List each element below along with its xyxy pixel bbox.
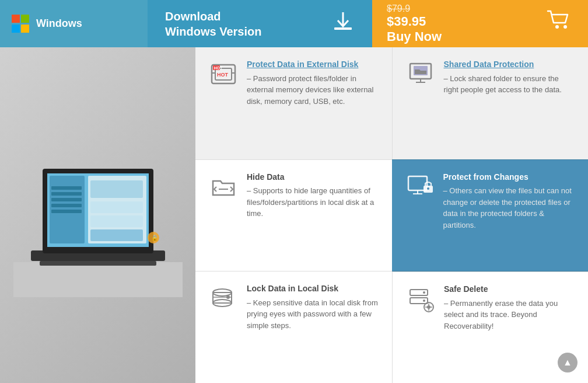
svg-rect-10: [51, 186, 82, 190]
feature-lock-local-title: Lock Data in Local Disk: [247, 283, 379, 295]
sale-price: $39.95: [387, 14, 426, 29]
hdd-delete-icon: [405, 284, 436, 314]
feature-protect-external-content: Protect Data in External Disk – Password…: [247, 59, 379, 107]
svg-point-38: [427, 187, 429, 190]
feature-safe-delete-title: Safe Delete: [444, 284, 575, 295]
feature-protect-changes-content: Protect from Changes – Others can view t…: [443, 172, 576, 231]
feature-hide-data-content: Hide Data – Supports to hide large quant…: [247, 172, 379, 220]
main-content: 🔒 HOT HOT Protect Data in: [0, 47, 588, 383]
feature-shared-data-content: Shared Data Protection – Lock shared fol…: [444, 59, 576, 96]
svg-point-51: [423, 300, 425, 302]
hot-badge-icon: HOT HOT: [208, 59, 239, 89]
download-text: DownloadWindows Version: [165, 9, 261, 39]
laptop-image: 🔒: [0, 47, 195, 383]
svg-rect-15: [90, 180, 143, 198]
svg-rect-17: [90, 215, 143, 227]
header: Windows DownloadWindows Version $79.9 $3…: [0, 0, 588, 47]
feature-protect-changes: Protect from Changes – Others can view t…: [392, 159, 589, 271]
svg-point-50: [423, 291, 425, 294]
windows-label: Windows: [36, 18, 82, 30]
feature-protect-external-desc: – Password protect files/folder in exter…: [247, 73, 379, 107]
monitor-lock-icon: [405, 172, 435, 202]
feature-shared-data-desc: – Lock shared folder to ensure the right…: [444, 73, 576, 96]
buy-now-label: Buy Now: [387, 29, 442, 44]
feature-hide-data-title: Hide Data: [247, 172, 379, 183]
feature-safe-delete-desc: – Permanently erase the data you select …: [444, 298, 575, 332]
feature-hide-data-desc: – Supports to hide large quantities of f…: [247, 185, 379, 220]
svg-text:HOT: HOT: [214, 66, 223, 70]
feature-protect-external-title[interactable]: Protect Data in External Disk: [247, 59, 379, 71]
feature-safe-delete-content: Safe Delete – Permanently erase the data…: [444, 284, 575, 332]
svg-rect-18: [90, 229, 143, 241]
svg-rect-13: [51, 204, 82, 207]
svg-rect-4: [13, 262, 183, 297]
feature-lock-local-content: Lock Data in Local Disk – Keep sensitive…: [247, 283, 379, 331]
svg-text:HOT: HOT: [217, 72, 229, 78]
svg-point-43: [226, 295, 230, 299]
scroll-to-top-button[interactable]: ▲: [558, 353, 578, 372]
feature-protect-changes-desc: – Others can view the files but can not …: [443, 185, 576, 231]
windows-tab[interactable]: Windows: [0, 0, 148, 47]
feature-hide-data: Hide Data – Supports to hide large quant…: [195, 159, 392, 271]
svg-rect-16: [90, 201, 143, 213]
svg-rect-0: [334, 27, 352, 30]
cart-icon: [544, 6, 573, 41]
folder-hide-icon: [208, 172, 239, 202]
folder-network-icon: [405, 59, 436, 89]
feature-lock-local: Lock Data in Local Disk – Keep sensitive…: [195, 271, 392, 383]
download-button[interactable]: DownloadWindows Version: [148, 0, 372, 47]
original-price: $79.9: [387, 4, 410, 14]
feature-protect-external: HOT HOT Protect Data in External Disk – …: [195, 47, 392, 159]
svg-point-3: [564, 25, 567, 29]
laptop-image-area: 🔒: [0, 47, 195, 383]
windows-logo-icon: [12, 15, 30, 33]
pricing-area: $79.9 $39.95 Buy Now: [387, 4, 442, 44]
svg-rect-11: [51, 192, 82, 196]
feature-lock-local-desc: – Keep sensitive data in local disk from…: [247, 297, 379, 332]
svg-rect-14: [51, 210, 82, 213]
svg-point-2: [555, 25, 559, 29]
hdd-lock-icon: [208, 283, 239, 314]
download-icon: [331, 10, 355, 38]
buy-now-button[interactable]: $79.9 $39.95 Buy Now: [372, 0, 588, 47]
svg-rect-12: [51, 198, 82, 201]
feature-shared-data-title[interactable]: Shared Data Protection: [444, 59, 576, 71]
svg-rect-21: [40, 261, 156, 266]
svg-text:🔒: 🔒: [151, 234, 159, 242]
feature-protect-changes-title: Protect from Changes: [443, 172, 576, 183]
svg-point-55: [427, 305, 430, 309]
feature-shared-data: Shared Data Protection – Lock shared fol…: [392, 47, 589, 159]
